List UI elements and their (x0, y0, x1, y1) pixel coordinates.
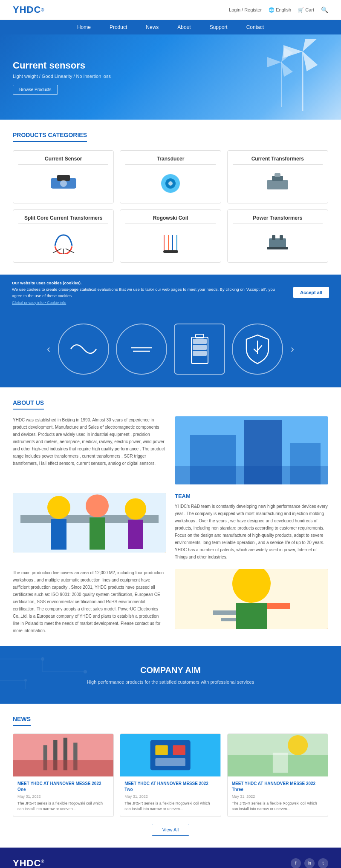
news-section: NEWS MEET YHDC AT HANNOVER MESSE 2022 On… (0, 704, 341, 848)
product-card-power-transformers[interactable]: Power Transformers (227, 209, 328, 263)
product-name-transducer: Transducer (125, 156, 215, 165)
news-content-2: MEET YHDC AT HANNOVER MESSE 2022 Two May… (120, 776, 220, 816)
language-selector[interactable]: 🌐 English (269, 7, 291, 13)
footer-logo-text: YHDC (13, 858, 41, 868)
next-arrow[interactable]: › (286, 343, 298, 355)
news-img-2 (120, 734, 220, 776)
cookie-text: Our website uses cookies (cookies). We u… (12, 280, 276, 306)
svg-rect-73 (173, 745, 185, 755)
cookie-accept-button[interactable]: Accept all (293, 287, 329, 298)
news-content-3: MEET YHDC AT HANNOVER MESSE 2022 Three M… (228, 776, 328, 816)
cookie-links[interactable]: Global privacy info • Cookie info (12, 301, 66, 305)
about-building-img (175, 416, 328, 484)
svg-rect-14 (267, 180, 288, 189)
cart-label: Cart (305, 7, 314, 12)
team-worker-img (175, 569, 328, 629)
company-aim-title: COMPANY AIM (13, 665, 328, 675)
company-aim-subtitle: High performance products for the satisf… (13, 679, 328, 685)
product-name-current-sensor: Current Sensor (18, 156, 108, 165)
svg-rect-47 (90, 517, 105, 550)
news-grid: MEET YHDC AT HANNOVER MESSE 2022 One May… (13, 733, 328, 817)
icon-wave (58, 324, 109, 375)
production-text: The main production line covers an area … (13, 569, 166, 634)
svg-rect-74 (156, 758, 186, 766)
icon-dc (116, 324, 167, 375)
svg-point-59 (41, 657, 44, 661)
hero-windmill (226, 39, 328, 119)
svg-rect-54 (221, 618, 236, 621)
about-title: ABOUT US (13, 399, 44, 410)
icon-shield (232, 324, 283, 375)
lang-label: English (276, 7, 291, 12)
nav-support[interactable]: Support (200, 20, 237, 34)
nav-contact[interactable]: Contact (237, 20, 273, 34)
cookie-banner: Our website uses cookies (cookies). We u… (0, 275, 341, 311)
cookie-title: Our website uses cookies (cookies). (12, 281, 82, 285)
svg-point-48 (125, 498, 146, 519)
news-title-3: MEET YHDC AT HANNOVER MESSE 2022 Three (232, 781, 324, 793)
product-card-split-core[interactable]: Split Core Current Transformers (13, 209, 114, 263)
logo[interactable]: YHDC ® (13, 4, 45, 15)
icon-battery (174, 324, 225, 375)
products-section-title: PRODUCTS CATEGORIES (13, 132, 87, 142)
news-img-3 (228, 734, 328, 776)
svg-rect-9 (57, 175, 70, 181)
product-card-current-transformers[interactable]: Current Transformers (227, 150, 328, 203)
team-title: TEAM (175, 493, 328, 499)
about-production-grid: The main production line covers an area … (13, 569, 328, 634)
view-all-button[interactable]: View All (152, 824, 189, 836)
twitter-icon[interactable]: t (318, 858, 328, 868)
nav-about[interactable]: About (168, 20, 200, 34)
about-intro-text: YHDC was established in Beijing in 1990.… (13, 416, 166, 484)
hero-title: Current sensors (13, 60, 111, 71)
footer-top: YHDC® f in t (13, 858, 328, 868)
news-date-3: May 31, 2022 (232, 794, 324, 799)
product-name-rogowski-coil: Rogowski Coil (125, 215, 215, 224)
news-content-1: MEET YHDC AT HANNOVER MESSE 2022 One May… (13, 776, 113, 816)
product-card-current-sensor[interactable]: Current Sensor (13, 150, 114, 203)
footer-logo-sup: ® (41, 859, 44, 864)
svg-rect-49 (128, 520, 143, 549)
hero-section: Current sensors Light weight / Good Line… (0, 34, 341, 120)
linkedin-icon[interactable]: in (304, 858, 315, 868)
svg-rect-69 (13, 760, 113, 776)
facebook-icon[interactable]: f (291, 858, 301, 868)
icons-section: ‹ › (0, 311, 341, 387)
svg-line-17 (53, 249, 61, 253)
product-img-rogowski-coil (125, 227, 215, 257)
hero-content: Current sensors Light weight / Good Line… (13, 60, 111, 95)
product-img-transducer (125, 168, 215, 198)
product-img-current-transformers (233, 168, 323, 198)
nav-product[interactable]: Product (100, 20, 136, 34)
header-right: Login / Register 🌐 English 🛒 Cart 🔍 (229, 6, 328, 13)
cookie-body: We use cookies to create cross-page stat… (12, 287, 275, 298)
news-card-3[interactable]: MEET YHDC AT HANNOVER MESSE 2022 Three M… (227, 733, 328, 817)
svg-marker-6 (267, 57, 281, 67)
footer-logo: YHDC® (13, 858, 45, 868)
product-card-transducer[interactable]: Transducer (120, 150, 221, 203)
prev-arrow[interactable]: ‹ (43, 343, 55, 355)
nav-home[interactable]: Home (68, 20, 100, 34)
about-team-content: TEAM YHDC's R&D team is constantly devel… (175, 493, 328, 561)
cart[interactable]: 🛒 Cart (298, 7, 314, 13)
logo-text: YHDC (13, 4, 41, 15)
logo-reg: ® (41, 8, 44, 12)
news-card-2[interactable]: MEET YHDC AT HANNOVER MESSE 2022 Two May… (120, 733, 221, 817)
news-desc-3: The JR5-R series is a flexible Rogowski … (232, 801, 324, 812)
about-workers-img (13, 493, 166, 553)
svg-point-13 (168, 181, 173, 186)
hero-subtitle: Light weight / Good Linearity / No inser… (13, 74, 111, 79)
news-card-1[interactable]: MEET YHDC AT HANNOVER MESSE 2022 One May… (13, 733, 114, 817)
news-title-1: MEET YHDC AT HANNOVER MESSE 2022 One (17, 781, 109, 793)
search-icon[interactable]: 🔍 (321, 6, 328, 13)
svg-rect-41 (175, 466, 328, 484)
header: YHDC ® Login / Register 🌐 English 🛒 Cart… (0, 0, 341, 20)
product-card-rogowski-coil[interactable]: Rogowski Coil (120, 209, 221, 263)
nav-news[interactable]: News (136, 20, 168, 34)
products-section: PRODUCTS CATEGORIES Current Sensor Trans… (0, 120, 341, 275)
login-register-link[interactable]: Login / Register (229, 7, 262, 12)
news-title-2: MEET YHDC AT HANNOVER MESSE 2022 Two (124, 781, 216, 793)
hero-cta-button[interactable]: Browse Products (13, 85, 58, 95)
svg-point-44 (47, 496, 70, 519)
svg-rect-52 (236, 603, 267, 629)
